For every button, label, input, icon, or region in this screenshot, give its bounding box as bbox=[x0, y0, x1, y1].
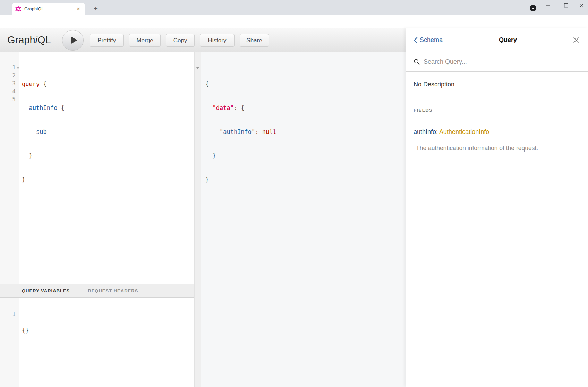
address-bar: localhost:3000/graphql P Tp bbox=[0, 15, 588, 28]
doc-fields-divider bbox=[414, 119, 581, 119]
result-fold-gutter bbox=[194, 52, 201, 387]
variables-code: {} bbox=[22, 311, 43, 351]
tab-search-button[interactable] bbox=[530, 5, 536, 11]
chevron-down-icon bbox=[532, 8, 535, 9]
copy-button[interactable]: Copy bbox=[166, 34, 195, 47]
doc-fields-heading: FIELDS bbox=[414, 108, 433, 113]
variables-line-number: 1 bbox=[0, 311, 16, 319]
doc-back-button[interactable]: Schema bbox=[413, 36, 443, 44]
play-icon bbox=[71, 36, 77, 44]
tab-query-variables[interactable]: QUERY VARIABLES bbox=[22, 288, 70, 293]
variables-editor[interactable]: 1 {} bbox=[0, 298, 194, 387]
query-editor[interactable]: 1 2 3 4 5 query { authInfo { sub } } bbox=[0, 52, 194, 284]
result-viewer: { "data": { "authInfo": null } } bbox=[201, 52, 406, 387]
graphiql-toolbar: GraphiQL Prettify Merge Copy History Sha… bbox=[0, 28, 406, 52]
result-json: { "data": { "authInfo": null } } bbox=[205, 64, 276, 200]
window-maximize-button[interactable] bbox=[558, 0, 574, 11]
tab-title: GraphiQL bbox=[24, 6, 75, 11]
close-icon bbox=[573, 37, 580, 43]
new-tab-button[interactable]: + bbox=[91, 4, 101, 14]
share-button[interactable]: Share bbox=[240, 34, 269, 47]
doc-search-row bbox=[406, 52, 588, 72]
tab-close-icon[interactable]: ✕ bbox=[75, 6, 82, 12]
tab-request-headers[interactable]: REQUEST HEADERS bbox=[88, 288, 138, 293]
history-button[interactable]: History bbox=[200, 34, 235, 47]
doc-explorer-header: Schema Query bbox=[406, 28, 588, 52]
browser-tab[interactable]: GraphiQL ✕ bbox=[12, 3, 85, 15]
doc-search-input[interactable] bbox=[424, 58, 569, 66]
doc-close-button[interactable] bbox=[573, 37, 580, 43]
result-fold-caret-icon[interactable] bbox=[196, 67, 199, 69]
doc-no-description: No Description bbox=[414, 81, 454, 88]
tab-strip: GraphiQL ✕ + bbox=[0, 0, 588, 15]
browser-window: GraphiQL ✕ + localhost:3000/graph bbox=[0, 0, 588, 387]
window-close-button[interactable] bbox=[573, 0, 588, 11]
window-minimize-button[interactable] bbox=[540, 0, 556, 11]
graphql-favicon-icon bbox=[15, 6, 21, 12]
doc-type-title: Query bbox=[443, 36, 573, 44]
chevron-left-icon bbox=[413, 37, 418, 44]
query-code: query { authInfo { sub } } bbox=[22, 64, 65, 200]
merge-button[interactable]: Merge bbox=[129, 34, 161, 47]
doc-explorer: Schema Query No Description FIELDS authI… bbox=[406, 28, 588, 387]
secondary-editor-tabs: QUERY VARIABLES REQUEST HEADERS bbox=[0, 284, 194, 298]
doc-field-description: The authentication information of the re… bbox=[416, 145, 538, 152]
doc-field-name-link[interactable]: authInfo bbox=[414, 128, 436, 135]
fold-caret-icon[interactable] bbox=[16, 67, 20, 69]
graphiql-logo: GraphiQL bbox=[7, 34, 51, 46]
search-icon bbox=[414, 59, 420, 65]
doc-field-type-link[interactable]: AuthenticationInfo bbox=[439, 128, 489, 135]
query-line-numbers: 1 2 3 4 5 bbox=[0, 64, 16, 104]
execute-query-button[interactable] bbox=[62, 30, 84, 51]
prettify-button[interactable]: Prettify bbox=[90, 34, 124, 47]
doc-field-row: authInfo: AuthenticationInfo bbox=[414, 128, 489, 136]
